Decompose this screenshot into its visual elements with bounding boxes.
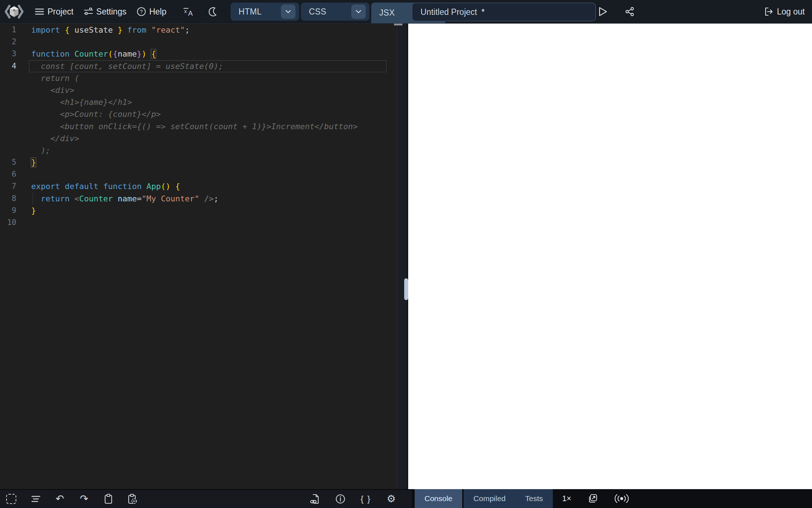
tab-css-menu-button[interactable] — [351, 4, 366, 19]
logout-label: Log out — [777, 7, 805, 17]
code-line[interactable]: 5} — [0, 156, 397, 168]
redo-button[interactable]: ↷ — [78, 492, 90, 506]
code-text: <h1>{name}</h1> — [31, 96, 132, 108]
help-menu[interactable]: ? Help — [133, 5, 170, 19]
pane-resize-handle[interactable] — [404, 278, 408, 300]
braces-button[interactable]: { } — [360, 492, 372, 506]
file-link-icon — [310, 493, 320, 504]
editor-toolbar: ↶ ↷ — [0, 489, 412, 508]
live-reload-button[interactable] — [614, 493, 629, 504]
redo-icon: ↷ — [80, 494, 88, 504]
project-name-input[interactable]: Untitled Project * — [412, 3, 596, 21]
code-line[interactable]: 10 — [0, 217, 397, 229]
line-number: 10 — [0, 217, 16, 229]
code-text: ); — [31, 144, 50, 156]
tab-console[interactable]: Console — [415, 489, 462, 508]
chevron-down-icon — [355, 9, 362, 14]
code-text: <div> — [31, 84, 74, 96]
code-text: function Counter({name}) { — [31, 48, 156, 60]
file-link-button[interactable] — [309, 492, 321, 506]
format-button[interactable] — [29, 492, 42, 506]
code-line[interactable]: </div> — [0, 132, 397, 144]
share-icon — [625, 7, 635, 17]
line-number: 9 — [0, 205, 16, 217]
editor-scrollbar[interactable] — [397, 23, 407, 489]
code-line[interactable]: 2 — [0, 36, 397, 48]
output-toolbar: Console Compiled Tests 1× — [412, 489, 812, 508]
settings-menu-label: Settings — [96, 7, 127, 17]
hamburger-icon — [35, 8, 44, 16]
tab-html-menu-button[interactable] — [281, 4, 295, 19]
braces-icon: { } — [361, 494, 371, 504]
play-icon — [598, 6, 608, 17]
code-line[interactable]: <button onClick={() => setCount(count + … — [0, 120, 397, 132]
paste-button[interactable] — [127, 492, 139, 506]
code-line[interactable]: 3function Counter({name}) { — [0, 48, 397, 60]
undo-icon: ↶ — [55, 494, 64, 504]
selection-button[interactable] — [5, 492, 17, 506]
translate-button[interactable]: xA — [179, 4, 198, 19]
project-name-value: Untitled Project — [420, 7, 477, 17]
zoom-level[interactable]: 1× — [562, 494, 571, 503]
gear-icon: ⚙ — [386, 494, 395, 504]
tab-compiled[interactable]: Compiled — [464, 489, 515, 508]
tab-html-label: HTML — [239, 7, 262, 17]
code-area[interactable]: 1import { useState } from "react";23func… — [0, 24, 397, 229]
code-line[interactable]: return ( — [0, 72, 397, 84]
line-number: 4 — [0, 60, 16, 72]
theme-toggle-button[interactable] — [204, 4, 221, 19]
indent-guide — [33, 193, 33, 205]
popout-button[interactable] — [587, 493, 598, 504]
logout-button[interactable]: Log out — [762, 0, 807, 23]
translate-icon: xA — [183, 6, 194, 17]
code-editor[interactable]: 1import { useState } from "react";23func… — [0, 23, 407, 489]
undo-button[interactable]: ↶ — [54, 492, 66, 506]
info-button[interactable] — [334, 492, 347, 506]
code-line[interactable]: 1import { useState } from "react"; — [0, 24, 397, 36]
tab-html[interactable]: HTML — [231, 3, 299, 21]
code-text: export default function App() { — [31, 180, 180, 192]
code-line[interactable]: <div> — [0, 84, 397, 96]
code-line[interactable]: <h1>{name}</h1> — [0, 96, 397, 108]
code-text: return <Counter name="My Counter" />; — [31, 193, 219, 205]
header-bar: Project Settings ? Help xA — [0, 0, 812, 24]
tab-console-label: Console — [424, 494, 452, 503]
settings-menu[interactable]: Settings — [80, 5, 130, 19]
tab-css[interactable]: CSS — [301, 3, 369, 21]
editor-settings-button[interactable]: ⚙ — [385, 492, 397, 506]
copy-button[interactable] — [102, 492, 115, 506]
app-logo[interactable] — [4, 3, 25, 21]
line-number: 5 — [0, 156, 16, 168]
code-line[interactable]: 4 const [count, setCount] = useState(0); — [0, 60, 397, 72]
code-line[interactable]: 8 return <Counter name="My Counter" />; — [0, 193, 397, 205]
code-text: import { useState } from "react"; — [31, 24, 190, 36]
tab-tests-label: Tests — [525, 494, 543, 503]
line-number: 2 — [0, 36, 16, 48]
help-circle-icon: ? — [137, 7, 146, 16]
code-line[interactable]: 6 — [0, 168, 397, 180]
code-text: return ( — [31, 72, 79, 84]
project-menu-label: Project — [47, 7, 74, 17]
code-text: <button onClick={() => setCount(count + … — [31, 120, 358, 132]
playground-app: Project Settings ? Help xA — [0, 0, 812, 508]
code-line[interactable]: 9} — [0, 205, 397, 217]
moon-icon — [207, 7, 218, 17]
tab-compiled-label: Compiled — [473, 494, 506, 503]
code-line[interactable]: ); — [0, 144, 397, 156]
sliders-icon — [84, 7, 93, 16]
tab-tests[interactable]: Tests — [515, 489, 553, 508]
chevron-down-icon — [285, 9, 292, 14]
line-number: 6 — [0, 168, 16, 180]
live-reload-icon — [614, 493, 629, 504]
preview-pane — [407, 23, 812, 489]
info-icon — [335, 494, 345, 504]
tab-jsx-label: JSX — [379, 8, 395, 18]
svg-text:?: ? — [140, 9, 143, 15]
code-line[interactable]: <p>Count: {count}</p> — [0, 108, 397, 120]
tab-css-label: CSS — [309, 7, 326, 17]
project-menu[interactable]: Project — [31, 5, 77, 19]
line-number: 1 — [0, 24, 16, 36]
share-button[interactable] — [621, 4, 638, 19]
code-line[interactable]: 7export default function App() { — [0, 180, 397, 192]
run-button[interactable] — [594, 4, 611, 19]
